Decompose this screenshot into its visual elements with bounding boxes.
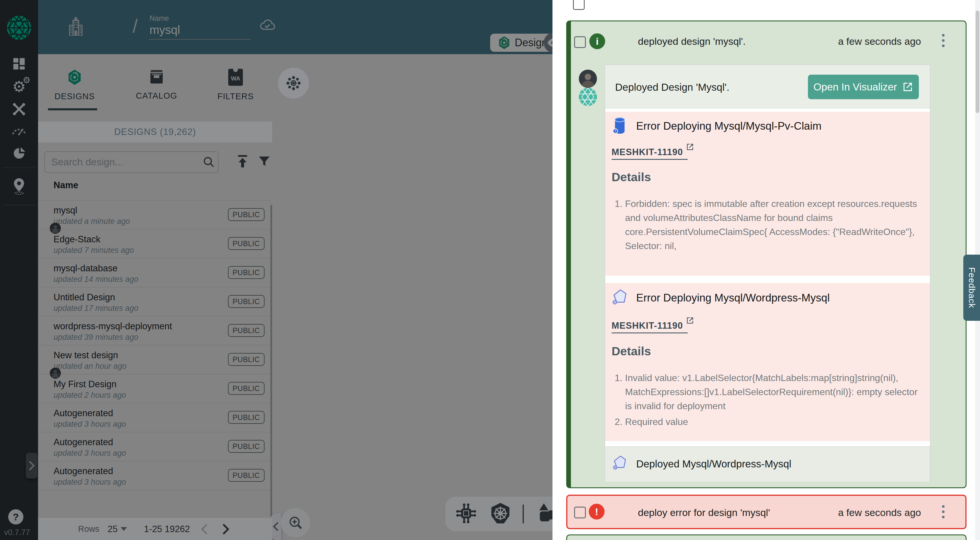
zoom-in-icon [288, 515, 303, 530]
collapse-panel-button[interactable] [270, 513, 281, 540]
user-photo-avatar [579, 70, 597, 88]
previous-page-button[interactable] [198, 523, 211, 535]
error-details-list: Invalid value: v1.LabelSelector{MatchLab… [612, 371, 918, 430]
chevron-left-icon [272, 522, 280, 531]
notification-center-drawer: i deployed design 'mysql'. a few seconds… [552, 0, 980, 540]
feedback-label: Feedback [967, 267, 977, 308]
service-pentagon-icon [612, 288, 628, 307]
canvas-node[interactable] [278, 68, 309, 99]
next-page-button[interactable] [219, 523, 232, 535]
service-pentagon-icon [612, 454, 627, 472]
error-section-wordpress: Error Deploying Mysql/Wordpress-Mysql ME… [605, 283, 930, 441]
error-detail-item: Forbidden: spec is immutable after creat… [625, 197, 918, 253]
designs-count-header: DESIGNS (19,262) [38, 121, 272, 143]
pvclaim-cylinder-icon: ? [612, 116, 628, 136]
error-details-list: Forbidden: spec is immutable after creat… [612, 197, 918, 255]
components-chip-icon[interactable] [454, 501, 478, 527]
external-link-icon [902, 81, 913, 92]
svg-text:?: ? [614, 129, 616, 133]
notification-title: deployed design 'mysql'. [638, 36, 746, 47]
external-link-icon [686, 316, 694, 327]
pagination-bar: Rows 25 1-25 19262 [38, 518, 272, 540]
meshkit-error-link[interactable]: MESHKIT-11190 [612, 147, 688, 160]
rows-label: Rows [78, 524, 100, 534]
deployed-success-strip: Deployed Mysql/Wordpress-Mysql [605, 446, 930, 482]
error-icon: ! [589, 504, 605, 519]
drawer-scrollbar-thumb[interactable] [975, 11, 979, 113]
page-range-label: 1-25 19262 [144, 524, 190, 534]
error-section-title: Error Deploying Mysql/Mysql-Pv-Claim [636, 120, 821, 132]
error-section-title: Error Deploying Mysql/Wordpress-Mysql [636, 292, 830, 304]
notification-menu-button[interactable] [942, 34, 945, 47]
notification-menu-button[interactable] [942, 505, 945, 518]
kubernetes-icon[interactable] [488, 501, 513, 527]
details-heading: Details [612, 344, 651, 358]
chevron-left-icon [200, 524, 209, 535]
error-detail-item: Required value [625, 415, 918, 429]
feedback-tab[interactable]: Feedback [963, 255, 980, 321]
meshery-pattern-avatar [579, 88, 597, 106]
error-section-pvclaim: ? Error Deploying Mysql/Mysql-Pv-Claim M… [605, 112, 930, 276]
app-root: ⚙⚙ ? v0.7.77 / Name mysql [0, 0, 980, 540]
notification-checkbox-partial[interactable] [573, 0, 585, 10]
success-card-checkbox[interactable] [574, 36, 586, 48]
info-icon: i [589, 33, 605, 49]
caret-down-icon [121, 527, 127, 531]
zoom-in-button[interactable] [281, 508, 310, 537]
notification-time: a few seconds ago [838, 507, 921, 518]
chevron-right-icon [221, 524, 230, 535]
dock-divider [523, 505, 524, 523]
modal-backdrop[interactable] [0, 0, 552, 540]
deployed-line-text: Deployed Mysql/Wordpress-Mysql [636, 458, 791, 470]
details-heading: Details [612, 170, 651, 184]
open-in-visualizer-button[interactable]: Open In Visualizer [808, 75, 919, 99]
notification-detail-card: Deployed Design 'Mysql'. Open In Visuali… [605, 64, 931, 481]
notification-time: a few seconds ago [838, 36, 921, 47]
meshkit-error-link[interactable]: MESHKIT-11190 [612, 320, 688, 333]
external-link-icon [686, 143, 694, 153]
cluster-node-icon [286, 75, 301, 91]
notification-card-partial[interactable] [566, 534, 967, 540]
detail-heading: Deployed Design 'Mysql'. [615, 81, 730, 93]
error-detail-item: Invalid value: v1.LabelSelector{MatchLab… [625, 371, 918, 413]
rows-per-page-select[interactable]: 25 [108, 524, 127, 534]
notification-title: deploy error for design 'mysql' [638, 507, 770, 518]
error-card-checkbox[interactable] [574, 507, 586, 518]
detail-header-strip: Deployed Design 'Mysql'. Open In Visuali… [605, 65, 930, 109]
